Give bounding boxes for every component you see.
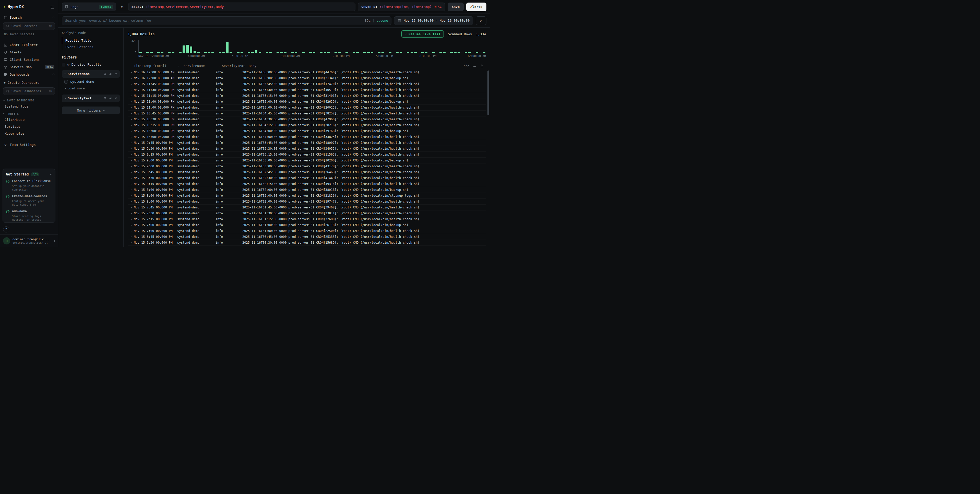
histogram-bar[interactable] <box>175 53 178 53</box>
histogram-bar[interactable] <box>161 52 164 53</box>
histogram-bar[interactable] <box>251 52 254 53</box>
histogram-bar[interactable] <box>168 52 170 53</box>
date-range-picker[interactable]: Nov 15 00:00:00 - Nov 16 00:00:00 <box>394 16 473 25</box>
histogram-bar[interactable] <box>295 52 297 53</box>
row-expand-icon[interactable] <box>128 72 134 73</box>
histogram-bar[interactable] <box>298 53 301 53</box>
row-expand-icon[interactable] <box>128 78 134 79</box>
histogram-bar[interactable] <box>338 52 340 53</box>
histogram-bar[interactable] <box>288 53 290 53</box>
row-expand-icon[interactable] <box>128 242 134 244</box>
histogram-bar[interactable] <box>273 53 275 53</box>
sidebar-item-chart-explorer[interactable]: Chart Explorer <box>0 41 58 49</box>
log-row[interactable]: Nov 15 8:15:00.000 PM systemd-demo info … <box>128 181 486 187</box>
log-row[interactable]: Nov 15 9:00:00.000 PM systemd-demo info … <box>128 158 486 164</box>
histogram-bar[interactable] <box>313 52 315 53</box>
histogram-bar[interactable] <box>223 52 225 53</box>
histogram-bar[interactable] <box>407 52 409 53</box>
run-query-button[interactable]: ▷ <box>476 16 487 25</box>
row-expand-icon[interactable] <box>128 225 134 226</box>
row-expand-icon[interactable] <box>128 236 134 237</box>
row-expand-icon[interactable] <box>128 195 134 196</box>
histogram-bar[interactable] <box>208 52 210 53</box>
histogram-bar[interactable] <box>229 52 232 53</box>
histogram-bar[interactable] <box>324 52 326 53</box>
histogram-bar[interactable] <box>479 53 482 53</box>
mode-toggle-sql[interactable]: SQL <box>364 19 371 22</box>
sidebar-item-search[interactable]: Search <box>0 14 58 21</box>
get-started-header[interactable]: Get Started 3/3 <box>6 172 52 176</box>
log-row[interactable]: Nov 15 7:00:00.000 PM systemd-demo info … <box>128 228 486 234</box>
log-row[interactable]: Nov 15 9:45:00.000 PM systemd-demo info … <box>128 140 486 146</box>
more-filters-button[interactable]: More filters <box>62 107 120 114</box>
histogram-bar[interactable] <box>150 52 153 53</box>
saved-searches-input[interactable]: Saved Searches ⌘K <box>3 22 55 30</box>
histogram-bar[interactable] <box>439 52 442 53</box>
histogram-bar[interactable] <box>403 53 406 53</box>
facet-severitytext-header[interactable]: SeverityText <box>62 94 120 102</box>
histogram-bar[interactable] <box>197 52 200 53</box>
facet-pin-icon[interactable] <box>115 97 117 100</box>
histogram-bar[interactable] <box>468 52 471 53</box>
histogram-bar[interactable] <box>190 46 192 53</box>
log-row[interactable]: Nov 15 10:00:00.000 PM systemd-demo info… <box>128 128 486 134</box>
user-menu[interactable]: D dominic.tran@clic... dominic.tran@clic… <box>0 234 58 247</box>
log-row[interactable]: Nov 15 7:00:00.000 PM systemd-demo info … <box>128 222 486 228</box>
histogram-bar[interactable] <box>248 52 250 53</box>
denoise-results-toggle[interactable]: ◐ Denoise Results <box>62 62 120 66</box>
histogram-bar[interactable] <box>385 53 388 53</box>
histogram-bar[interactable] <box>320 52 323 53</box>
histogram-bar[interactable] <box>317 53 319 53</box>
histogram-bar[interactable] <box>309 52 312 53</box>
source-settings-gear-icon[interactable]: ⚙ <box>118 3 126 11</box>
log-row[interactable]: Nov 15 7:45:00.000 PM systemd-demo info … <box>128 205 486 210</box>
row-expand-icon[interactable] <box>128 107 134 108</box>
drag-handle-icon[interactable]: ⋮⋮ <box>215 64 220 67</box>
row-expand-icon[interactable] <box>128 101 134 102</box>
histogram-bar[interactable] <box>327 52 330 53</box>
row-expand-icon[interactable] <box>128 119 134 120</box>
facet-chart-icon[interactable] <box>109 97 112 100</box>
histogram-bar[interactable] <box>374 53 377 53</box>
select-query-input[interactable]: SELECT Timestamp,ServiceName,SeverityTex… <box>128 3 355 11</box>
histogram-bar[interactable] <box>458 52 460 53</box>
histogram-bar[interactable] <box>302 52 305 53</box>
histogram-bar[interactable] <box>201 53 203 53</box>
histogram-bar[interactable] <box>349 53 352 53</box>
log-row[interactable]: Nov 15 8:30:00.000 PM systemd-demo info … <box>128 175 486 181</box>
histogram-bar[interactable] <box>154 53 156 53</box>
saved-dashboard-item[interactable]: Systemd logs <box>0 103 58 110</box>
log-row[interactable]: Nov 15 11:30:00.000 PM systemd-demo info… <box>128 87 486 93</box>
log-row[interactable]: Nov 15 8:45:00.000 PM systemd-demo info … <box>128 169 486 175</box>
log-row[interactable]: Nov 15 8:00:00.000 PM systemd-demo info … <box>128 193 486 199</box>
histogram-bar[interactable] <box>143 53 145 53</box>
log-row[interactable]: Nov 15 10:45:00.000 PM systemd-demo info… <box>128 111 486 116</box>
histogram-bar[interactable] <box>389 52 391 53</box>
histogram-bar[interactable] <box>418 53 420 53</box>
histogram-bar[interactable] <box>226 42 229 53</box>
row-expand-icon[interactable] <box>128 213 134 214</box>
histogram-bar[interactable] <box>399 52 402 53</box>
collapse-sidebar-icon[interactable] <box>51 5 54 9</box>
histogram-bar[interactable] <box>353 52 355 53</box>
lucene-search-input[interactable]: Search your events w/ Lucene ex. column:… <box>62 16 391 25</box>
row-expand-icon[interactable] <box>128 125 134 126</box>
histogram-bar[interactable] <box>483 52 485 53</box>
histogram-bar[interactable] <box>291 52 294 53</box>
histogram-bar[interactable] <box>164 53 167 53</box>
log-row[interactable]: Nov 15 10:30:00.000 PM systemd-demo info… <box>128 116 486 122</box>
histogram-bar[interactable] <box>172 52 174 53</box>
sidebar-item-client-sessions[interactable]: Client Sessions <box>0 56 58 63</box>
log-row[interactable]: Nov 15 10:00:00.000 PM systemd-demo info… <box>128 134 486 140</box>
histogram-bar[interactable] <box>204 52 207 53</box>
log-row[interactable]: Nov 15 8:00:00.000 PM systemd-demo info … <box>128 199 486 205</box>
saved-dashboards-header[interactable]: SAVED DASHBOARDS <box>0 97 58 103</box>
histogram-bar[interactable] <box>255 50 258 53</box>
histogram-bar[interactable] <box>447 53 449 53</box>
histogram-bar[interactable] <box>146 52 149 53</box>
log-row[interactable]: Nov 15 9:30:00.000 PM systemd-demo info … <box>128 146 486 152</box>
column-body[interactable]: ⋮⋮ Body <box>242 64 486 68</box>
scrollbar-thumb[interactable] <box>487 70 489 115</box>
get-started-step[interactable]: Connect to ClickHouse Set up your databa… <box>6 179 52 191</box>
histogram-bar[interactable] <box>382 52 384 53</box>
